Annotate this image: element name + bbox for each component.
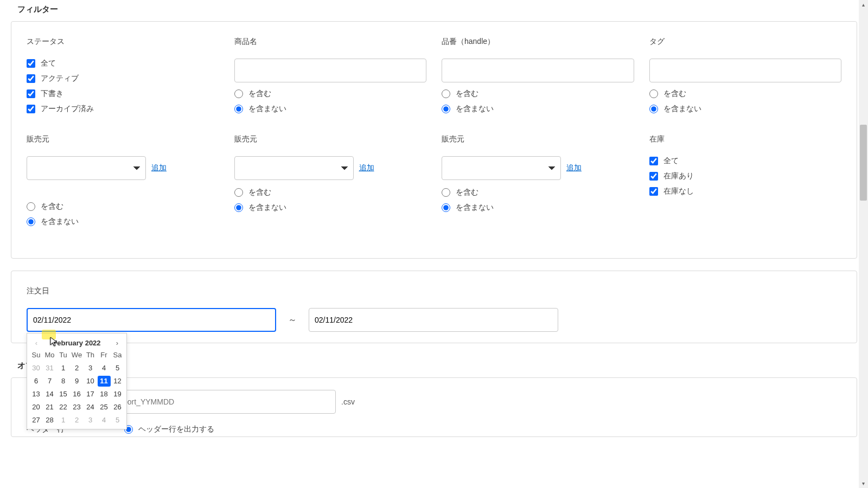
options-panel: .csv ヘッダー行 ヘッダー行を出力する bbox=[11, 377, 857, 437]
datepicker-day[interactable]: 14 bbox=[43, 389, 56, 400]
stock-all[interactable]: 全て bbox=[649, 156, 842, 166]
datepicker-day[interactable]: 7 bbox=[43, 376, 56, 387]
handle-exclude-text: を含まない bbox=[456, 104, 494, 114]
stock-nostock-checkbox[interactable] bbox=[649, 187, 658, 196]
datepicker-day[interactable]: 2 bbox=[71, 363, 84, 374]
datepicker-day[interactable]: 2 bbox=[71, 415, 84, 426]
datepicker-day[interactable]: 19 bbox=[111, 389, 124, 400]
handle-exclude-radio[interactable] bbox=[442, 105, 450, 113]
vendor1-include[interactable]: を含む bbox=[27, 202, 219, 211]
status-active[interactable]: アクティブ bbox=[27, 74, 219, 84]
stock-instock[interactable]: 在庫あり bbox=[649, 171, 842, 181]
datepicker-day[interactable]: 1 bbox=[57, 363, 70, 374]
datepicker-day[interactable]: 25 bbox=[98, 402, 111, 413]
tag-input[interactable] bbox=[649, 59, 842, 82]
datepicker[interactable]: ‹ February 2022 › SuMoTuWeThFrSa30311234… bbox=[27, 333, 127, 429]
product-name-exclude-radio[interactable] bbox=[234, 105, 243, 113]
vendor2-add[interactable]: 追加 bbox=[359, 163, 374, 173]
datepicker-day[interactable]: 18 bbox=[98, 389, 111, 400]
status-active-checkbox[interactable] bbox=[27, 74, 35, 83]
datepicker-day[interactable]: 12 bbox=[111, 376, 124, 387]
datepicker-prev-icon[interactable]: ‹ bbox=[31, 338, 41, 348]
vendor1-exclude[interactable]: を含まない bbox=[27, 217, 219, 227]
vendor3-select[interactable] bbox=[442, 156, 561, 180]
datepicker-day[interactable]: 23 bbox=[71, 402, 84, 413]
datepicker-day[interactable]: 8 bbox=[57, 376, 70, 387]
status-archived-checkbox[interactable] bbox=[27, 105, 35, 113]
datepicker-day[interactable]: 20 bbox=[30, 402, 43, 413]
datepicker-day[interactable]: 21 bbox=[43, 402, 56, 413]
scroll-up-icon[interactable]: ▴ bbox=[859, 0, 868, 9]
tag-exclude[interactable]: を含まない bbox=[649, 104, 842, 114]
stock-all-checkbox[interactable] bbox=[649, 157, 658, 165]
tag-exclude-radio[interactable] bbox=[649, 105, 658, 113]
status-all-checkbox[interactable] bbox=[27, 59, 35, 68]
datepicker-day[interactable]: 4 bbox=[98, 363, 111, 374]
vendor1-add[interactable]: 追加 bbox=[151, 163, 167, 173]
stock-nostock[interactable]: 在庫なし bbox=[649, 187, 842, 196]
datepicker-day[interactable]: 26 bbox=[111, 402, 124, 413]
vendor3-include[interactable]: を含む bbox=[442, 188, 634, 197]
datepicker-day[interactable]: 5 bbox=[111, 415, 124, 426]
product-name-exclude[interactable]: を含まない bbox=[234, 104, 427, 114]
status-draft-checkbox[interactable] bbox=[27, 89, 35, 98]
vendor1-exclude-radio[interactable] bbox=[27, 217, 35, 226]
datepicker-day[interactable]: 24 bbox=[84, 402, 97, 413]
vendor3-exclude-radio[interactable] bbox=[442, 203, 450, 212]
datepicker-next-icon[interactable]: › bbox=[112, 338, 122, 348]
vendor1-exclude-text: を含まない bbox=[41, 217, 79, 227]
datepicker-day[interactable]: 3 bbox=[84, 415, 97, 426]
product-name-include-radio[interactable] bbox=[234, 89, 243, 98]
status-draft[interactable]: 下書き bbox=[27, 89, 219, 99]
vendor2-exclude-radio[interactable] bbox=[234, 203, 243, 212]
datepicker-dow: Mo bbox=[43, 350, 56, 361]
status-archived[interactable]: アーカイブ済み bbox=[27, 104, 219, 114]
tag-include[interactable]: を含む bbox=[649, 89, 842, 99]
datepicker-day[interactable]: 10 bbox=[84, 376, 97, 387]
vendor2-exclude[interactable]: を含まない bbox=[234, 203, 427, 213]
datepicker-day[interactable]: 11 bbox=[98, 376, 111, 387]
status-all[interactable]: 全て bbox=[27, 59, 219, 68]
datepicker-dow: Su bbox=[29, 350, 43, 361]
vendor2-include[interactable]: を含む bbox=[234, 188, 427, 197]
datepicker-day[interactable]: 5 bbox=[111, 363, 124, 374]
vendor2-select[interactable] bbox=[234, 156, 354, 180]
order-date-to[interactable] bbox=[309, 308, 558, 332]
product-name-input[interactable] bbox=[234, 59, 427, 82]
stock-instock-checkbox[interactable] bbox=[649, 172, 658, 181]
datepicker-day[interactable]: 9 bbox=[71, 376, 84, 387]
datepicker-day[interactable]: 28 bbox=[43, 415, 56, 426]
vendor3-exclude-text: を含まない bbox=[456, 203, 494, 213]
vendor3-include-radio[interactable] bbox=[442, 188, 450, 197]
order-date-tilde: ～ bbox=[288, 314, 297, 326]
handle-include-radio[interactable] bbox=[442, 89, 450, 98]
datepicker-day[interactable]: 22 bbox=[57, 402, 70, 413]
handle-include[interactable]: を含む bbox=[442, 89, 634, 99]
header-row-output[interactable]: ヘッダー行を出力する bbox=[124, 425, 214, 434]
datepicker-day[interactable]: 6 bbox=[30, 376, 43, 387]
datepicker-day[interactable]: 27 bbox=[30, 415, 43, 426]
tag-label: タグ bbox=[649, 37, 842, 47]
datepicker-day[interactable]: 30 bbox=[30, 363, 43, 374]
datepicker-day[interactable]: 15 bbox=[57, 389, 70, 400]
datepicker-day[interactable]: 1 bbox=[57, 415, 70, 426]
datepicker-day[interactable]: 13 bbox=[30, 389, 43, 400]
vendor2-include-radio[interactable] bbox=[234, 188, 243, 197]
datepicker-day[interactable]: 4 bbox=[98, 415, 111, 426]
datepicker-day[interactable]: 31 bbox=[43, 363, 56, 374]
product-name-include[interactable]: を含む bbox=[234, 89, 427, 99]
scrollbar[interactable]: ▴ ▾ bbox=[859, 0, 868, 460]
handle-input[interactable] bbox=[442, 59, 634, 82]
handle-exclude[interactable]: を含まない bbox=[442, 104, 634, 114]
vendor3-exclude[interactable]: を含まない bbox=[442, 203, 634, 213]
filename-input[interactable] bbox=[113, 390, 336, 414]
datepicker-day[interactable]: 17 bbox=[84, 389, 97, 400]
order-date-from[interactable] bbox=[27, 308, 276, 332]
datepicker-day[interactable]: 3 bbox=[84, 363, 97, 374]
datepicker-day[interactable]: 16 bbox=[71, 389, 84, 400]
vendor1-select[interactable] bbox=[27, 156, 146, 180]
vendor3-add[interactable]: 追加 bbox=[566, 163, 582, 173]
tag-include-radio[interactable] bbox=[649, 89, 658, 98]
scroll-thumb[interactable] bbox=[860, 125, 867, 201]
vendor1-include-radio[interactable] bbox=[27, 202, 35, 211]
